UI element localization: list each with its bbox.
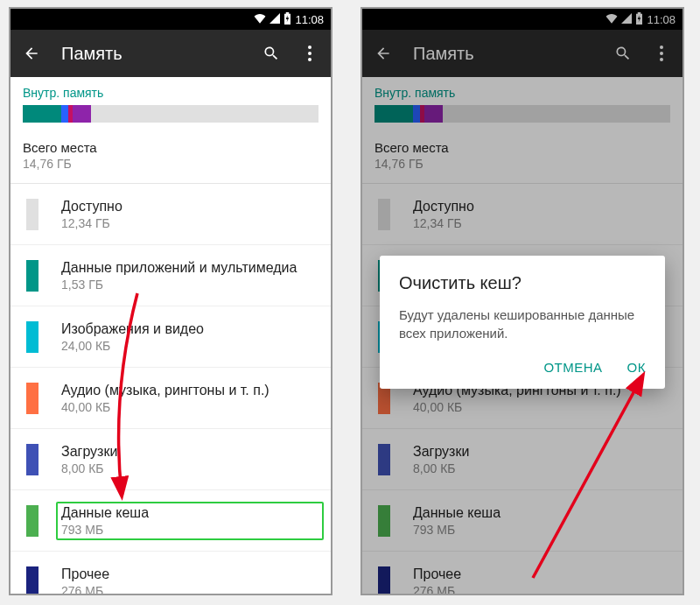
svg-point-2 <box>308 58 312 61</box>
total-value: 14,76 ГБ <box>23 157 318 171</box>
svg-point-4 <box>660 52 663 55</box>
ok-button[interactable]: ОК <box>627 360 646 375</box>
storage-bar <box>362 105 682 133</box>
back-icon[interactable] <box>23 45 40 62</box>
svg-point-3 <box>660 46 663 49</box>
search-icon[interactable] <box>262 45 280 62</box>
more-icon[interactable] <box>301 45 318 62</box>
phone-screen-left: 11:08 Память Внутр. память Всего места 1… <box>9 7 332 595</box>
storage-subheader: Внутр. память <box>362 77 682 105</box>
battery-icon <box>635 12 643 27</box>
row-other[interactable]: Прочее 276 МБ <box>10 552 331 595</box>
total-label: Всего места <box>23 140 318 155</box>
row-images[interactable]: Изображения и видео 24,00 КБ <box>10 306 331 368</box>
svg-point-0 <box>308 46 312 49</box>
swatch-icon <box>26 383 38 414</box>
page-title: Память <box>413 44 593 64</box>
row-cache[interactable]: Данные кеша 793 МБ <box>10 490 331 552</box>
swatch-icon <box>26 505 38 537</box>
svg-point-1 <box>308 52 312 55</box>
wifi-icon <box>254 13 266 26</box>
row-audio[interactable]: Аудио (музыка, рингтоны и т. п.) 40,00 К… <box>10 368 331 429</box>
cancel-button[interactable]: ОТМЕНА <box>543 360 602 375</box>
storage-subheader: Внутр. память <box>10 77 331 105</box>
storage-bar <box>10 105 331 133</box>
row-other[interactable]: Прочее276 МБ <box>362 552 682 595</box>
row-apps[interactable]: Данные приложений и мультимедиа 1,53 ГБ <box>10 245 331 306</box>
status-bar: 11:08 <box>10 9 331 30</box>
swatch-icon <box>26 566 38 595</box>
signal-icon <box>270 13 280 26</box>
dialog-title: Очистить кеш? <box>399 273 646 293</box>
row-downloads[interactable]: Загрузки8,00 КБ <box>362 429 682 490</box>
dialog-message: Будут удалены кешированные данные всех п… <box>399 306 646 342</box>
swatch-icon <box>26 321 38 353</box>
wifi-icon <box>606 13 618 26</box>
clear-cache-dialog: Очистить кеш? Будут удалены кешированные… <box>380 256 665 389</box>
search-icon[interactable] <box>614 45 632 62</box>
status-bar: 11:08 <box>362 9 682 30</box>
status-time: 11:08 <box>647 13 676 26</box>
swatch-icon <box>26 199 38 230</box>
status-time: 11:08 <box>295 13 324 26</box>
row-downloads[interactable]: Загрузки 8,00 КБ <box>10 429 331 490</box>
phone-screen-right: 11:08 Память Внутр. память Всего места 1… <box>360 7 684 595</box>
more-icon[interactable] <box>653 45 670 62</box>
svg-point-5 <box>660 58 663 61</box>
signal-icon <box>621 13 632 26</box>
row-cache[interactable]: Данные кеша793 МБ <box>362 490 682 552</box>
back-icon[interactable] <box>374 45 392 62</box>
storage-total: Всего места 14,76 ГБ <box>10 133 331 184</box>
toolbar: Память <box>362 30 682 77</box>
battery-icon <box>284 12 291 27</box>
row-available[interactable]: Доступно 12,34 ГБ <box>10 184 331 245</box>
swatch-icon <box>26 260 38 292</box>
toolbar: Память <box>10 30 331 77</box>
storage-total: Всего места 14,76 ГБ <box>362 133 682 184</box>
row-available[interactable]: Доступно12,34 ГБ <box>362 184 682 245</box>
swatch-icon <box>26 444 38 475</box>
page-title: Память <box>61 44 242 64</box>
